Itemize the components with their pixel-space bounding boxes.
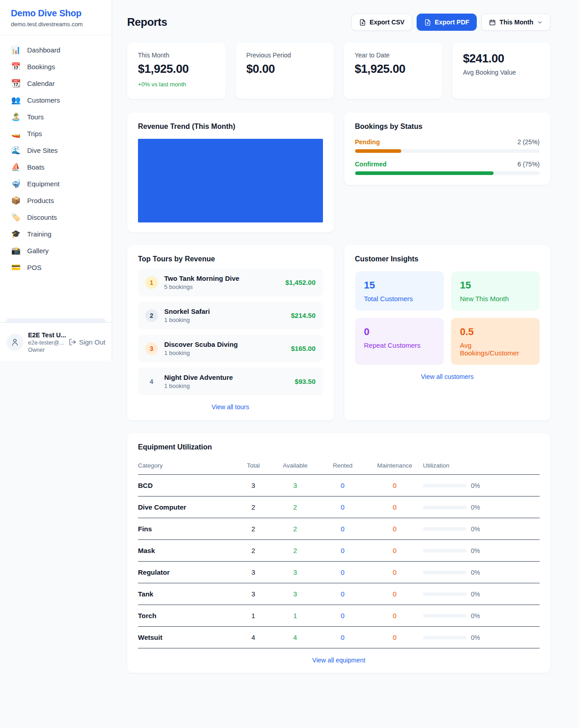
tour-meta: Two Tank Morning Dive5 bookings — [164, 274, 239, 290]
equipment-row: Regulator33000% — [138, 562, 540, 583]
equipment-rented: 0 — [319, 633, 366, 641]
stat-delta: +0% vs last month — [138, 81, 215, 88]
sidebar-item-label: Bookings — [27, 63, 55, 71]
main-content: Reports Export CSV Export PDF This Month — [112, 0, 579, 673]
utilization-bar-track — [423, 506, 466, 509]
export-csv-label: Export CSV — [370, 19, 404, 26]
tour-bookings: 1 booking — [164, 383, 233, 389]
insight-tile-repeat-customers: 0Repeat Customers — [355, 318, 444, 365]
sidebar-item-label: Products — [27, 197, 54, 204]
sidebar: Demo Dive Shop demo.test.divestreams.com… — [0, 0, 112, 361]
equipment-maintenance: 0 — [366, 547, 423, 554]
equipment-maintenance: 0 — [366, 503, 423, 511]
sidebar-item-dashboard[interactable]: 📊Dashboard — [5, 42, 106, 58]
sidebar-item-training[interactable]: 🎓Training — [5, 226, 106, 242]
sidebar-item-boats[interactable]: ⛵Boats — [5, 159, 106, 175]
utilization-percent: 0% — [471, 482, 480, 489]
equipment-available: 1 — [271, 612, 319, 619]
utilization-bar-track — [423, 614, 466, 618]
equipment-rented: 0 — [319, 482, 366, 489]
status-line: Pending2 (25%) — [355, 138, 540, 146]
equipment-row: Fins22000% — [138, 518, 540, 540]
stat-value: $1,925.00 — [355, 62, 432, 76]
sidebar-item-label: Customers — [27, 96, 60, 104]
equipment-category: Regulator — [138, 568, 235, 576]
equipment-maintenance: 0 — [366, 568, 423, 576]
sidebar-item-gallery[interactable]: 📸Gallery — [5, 242, 106, 259]
sidebar-nav: 📊Dashboard📅Bookings📆Calendar👥Customers🏝️… — [0, 35, 112, 316]
status-list: Pending2 (25%)Confirmed6 (75%) — [355, 138, 540, 175]
period-dropdown[interactable]: This Month — [481, 14, 551, 31]
dive-sites-icon: 🌊 — [11, 147, 21, 154]
sidebar-item-tours[interactable]: 🏝️Tours — [5, 109, 106, 125]
stat-value: $0.00 — [247, 62, 323, 76]
export-pdf-label: Export PDF — [435, 19, 469, 26]
sidebar-item-pos[interactable]: 💳POS — [5, 259, 106, 276]
utilization-cell: 0% — [423, 482, 540, 489]
customer-insights-title: Customer Insights — [355, 255, 540, 263]
sidebar-item-reports-partial[interactable] — [5, 318, 106, 322]
view-all-equipment-link[interactable]: View all equipment — [138, 657, 540, 664]
equipment-rented: 0 — [319, 612, 366, 619]
utilization-cell: 0% — [423, 634, 540, 641]
equipment-rented: 0 — [319, 525, 366, 533]
sidebar-item-bookings[interactable]: 📅Bookings — [5, 58, 106, 75]
view-all-customers-link[interactable]: View all customers — [355, 373, 540, 380]
equipment-category: Mask — [138, 547, 235, 554]
insight-value: 15 — [460, 279, 531, 291]
sidebar-item-trips[interactable]: 🚤Trips — [5, 125, 106, 142]
utilization-bar-track — [423, 636, 466, 639]
stat-card-avg-booking-value: $241.00 Avg Booking Value — [452, 43, 551, 99]
rank-badge: 3 — [145, 342, 158, 355]
export-csv-button[interactable]: Export CSV — [351, 14, 412, 31]
bookings-by-status-card: Bookings by Status Pending2 (25%)Confirm… — [344, 113, 551, 185]
equipment-row: Wetsuit44000% — [138, 627, 540, 648]
equipment-maintenance: 0 — [366, 633, 423, 641]
tour-name: Discover Scuba Diving — [164, 340, 238, 348]
column-header-total: Total — [235, 462, 271, 469]
equipment-row: BCD33000% — [138, 475, 540, 496]
bookings-icon: 📅 — [11, 63, 21, 71]
stat-value: $241.00 — [463, 52, 540, 66]
calendar-icon: 📆 — [11, 80, 21, 87]
sidebar-item-dive-sites[interactable]: 🌊Dive Sites — [5, 142, 106, 159]
equipment-utilization-title: Equipment Utilization — [138, 443, 540, 451]
dashboard-icon: 📊 — [11, 46, 21, 54]
equipment-available: 3 — [271, 482, 319, 489]
equipment-total: 2 — [235, 525, 271, 533]
utilization-cell: 0% — [423, 547, 540, 554]
rank-badge: 2 — [145, 309, 158, 322]
equipment-rows: BCD33000%Dive Computer22000%Fins22000%Ma… — [138, 475, 540, 648]
page-header: Reports Export CSV Export PDF This Month — [127, 14, 551, 31]
export-pdf-button[interactable]: Export PDF — [417, 14, 477, 31]
utilization-cell: 0% — [423, 591, 540, 598]
sidebar-item-label: Gallery — [27, 247, 49, 255]
sidebar-item-equipment[interactable]: 🤿Equipment — [5, 175, 106, 192]
utilization-bar-track — [423, 484, 466, 487]
sidebar-item-calendar[interactable]: 📆Calendar — [5, 75, 106, 92]
view-all-tours-link[interactable]: View all tours — [138, 403, 323, 411]
sign-out-label: Sign Out — [79, 338, 105, 346]
sidebar-item-label: Dashboard — [27, 46, 60, 54]
insight-label: Repeat Customers — [364, 341, 435, 349]
sidebar-item-discounts[interactable]: 🏷️Discounts — [5, 209, 106, 226]
utilization-bar-track — [423, 527, 466, 531]
top-tours-title: Top Tours by Revenue — [138, 255, 323, 263]
tour-amount: $93.50 — [295, 378, 316, 385]
utilization-percent: 0% — [471, 525, 480, 533]
equipment-category: Dive Computer — [138, 503, 235, 511]
discounts-icon: 🏷️ — [11, 213, 21, 221]
pending-progress-fill — [355, 149, 401, 153]
sidebar-header: Demo Dive Shop demo.test.divestreams.com — [0, 0, 112, 35]
equipment-total: 2 — [235, 503, 271, 511]
equipment-row: Tank33000% — [138, 583, 540, 605]
stat-label: This Month — [138, 52, 215, 59]
tour-name: Snorkel Safari — [164, 307, 210, 315]
file-download-icon — [424, 19, 431, 26]
column-header-category: Category — [138, 462, 235, 469]
sign-out-button[interactable]: Sign Out — [69, 338, 105, 346]
sidebar-item-customers[interactable]: 👥Customers — [5, 92, 106, 109]
sidebar-item-label: Tours — [27, 113, 44, 121]
sidebar-item-label: Dive Sites — [27, 147, 58, 154]
sidebar-item-products[interactable]: 📦Products — [5, 192, 106, 209]
